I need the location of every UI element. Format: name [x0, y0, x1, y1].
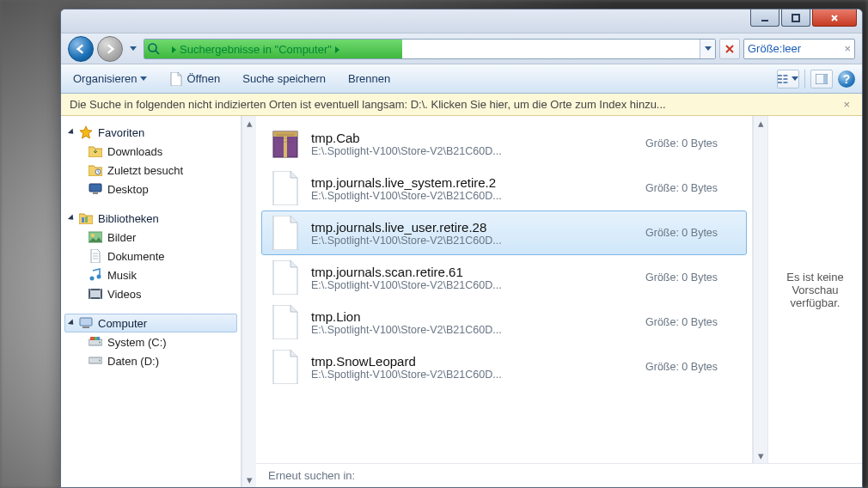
preview-pane: Es ist keine Vorschau verfügbar.: [767, 116, 862, 463]
pictures-icon: [89, 230, 102, 244]
file-row[interactable]: tmp.journals.scan.retire.61E:\.Spotlight…: [256, 255, 752, 300]
burn-button[interactable]: Brennen: [343, 70, 395, 88]
computer-icon: [79, 316, 93, 330]
file-icon: [268, 214, 303, 252]
clear-search-icon[interactable]: ×: [844, 42, 851, 55]
svg-rect-6: [784, 75, 788, 76]
info-text: Die Suche in folgenden nicht indizierten…: [70, 98, 666, 111]
file-path: E:\.Spotlight-V100\Store-V2\B21C60D...: [311, 279, 637, 291]
svg-rect-32: [97, 337, 100, 340]
file-row[interactable]: tmp.journals.live_user.retire.28E:\.Spot…: [261, 210, 747, 255]
save-search-button[interactable]: Suche speichern: [237, 70, 331, 88]
index-info-bar[interactable]: Die Suche in folgenden nicht indizierten…: [61, 94, 862, 116]
svg-rect-3: [778, 75, 782, 76]
sidebar-item-videos[interactable]: Videos: [64, 284, 237, 303]
file-name: tmp.journals.scan.retire.61: [311, 265, 637, 279]
file-path: E:\.Spotlight-V100\Store-V2\B21C60D...: [311, 324, 637, 336]
minimize-button[interactable]: [750, 9, 779, 27]
archive-icon: [268, 125, 303, 162]
svg-rect-14: [82, 217, 84, 223]
videos-icon: [89, 287, 102, 301]
svg-rect-36: [273, 131, 297, 137]
folder-icon: [89, 144, 102, 158]
svg-point-22: [89, 289, 91, 290]
address-dropdown[interactable]: [700, 40, 715, 58]
svg-rect-21: [90, 290, 101, 297]
file-row[interactable]: tmp.CabE:\.Spotlight-V100\Store-V2\B21C6…: [256, 121, 752, 166]
sidebar-group-computer[interactable]: Computer: [64, 314, 237, 332]
close-button[interactable]: [812, 9, 857, 27]
sidebar-item-downloads[interactable]: Downloads: [64, 142, 237, 161]
file-size: Größe: 0 Bytes: [645, 361, 740, 373]
desktop-icon: [89, 182, 102, 196]
drive-icon: [89, 354, 102, 368]
sidebar-item-documents[interactable]: Dokumente: [64, 247, 237, 265]
svg-rect-1: [792, 15, 799, 21]
file-name: tmp.Cab: [311, 131, 637, 145]
svg-rect-12: [89, 184, 101, 192]
file-size: Größe: 0 Bytes: [645, 227, 740, 239]
search-input[interactable]: Größe:leer ×: [743, 39, 855, 59]
file-name: tmp.journals.live_user.retire.28: [311, 220, 637, 235]
sidebar-group-favorites[interactable]: Favoriten: [64, 123, 237, 142]
open-button[interactable]: Öffnen: [164, 70, 225, 88]
sidebar-item-desktop[interactable]: Desktop: [64, 180, 237, 198]
sidebar-item-pictures[interactable]: Bilder: [64, 228, 237, 247]
help-button[interactable]: ?: [838, 70, 855, 88]
star-icon: [79, 125, 93, 139]
breadcrumb[interactable]: Suchergebnisse in "Computer": [163, 42, 348, 56]
file-path: E:\.Spotlight-V100\Store-V2\B21C60D...: [311, 190, 637, 202]
svg-point-17: [91, 234, 95, 237]
toolbar: Organisieren Öffnen Suche speichern Bren…: [61, 64, 862, 94]
documents-icon: [89, 249, 102, 263]
file-name: tmp.journals.live_system.retire.2: [311, 175, 637, 190]
view-mode-button[interactable]: [777, 70, 799, 88]
sidebar-item-drive-d[interactable]: Daten (D:): [64, 351, 237, 370]
svg-point-19: [97, 275, 101, 279]
file-row[interactable]: tmp.journals.live_system.retire.2E:\.Spo…: [256, 166, 752, 210]
svg-rect-37: [284, 137, 287, 157]
svg-rect-0: [761, 20, 768, 21]
libraries-icon: [79, 211, 93, 225]
stop-button[interactable]: [719, 39, 740, 59]
svg-point-18: [90, 277, 95, 281]
svg-rect-13: [93, 192, 98, 194]
file-path: E:\.Spotlight-V100\Store-V2\B21C60D...: [311, 369, 637, 381]
sidebar-item-drive-c[interactable]: System (C:): [64, 332, 237, 351]
back-button[interactable]: [68, 36, 94, 62]
file-path: E:\.Spotlight-V100\Store-V2\B21C60D...: [311, 235, 637, 247]
svg-rect-4: [778, 78, 782, 80]
svg-point-24: [100, 289, 101, 290]
svg-point-2: [149, 44, 156, 52]
svg-point-29: [99, 342, 101, 344]
file-path: E:\.Spotlight-V100\Store-V2\B21C60D...: [311, 145, 637, 157]
preview-pane-button[interactable]: [810, 70, 833, 88]
file-size: Größe: 0 Bytes: [645, 182, 740, 194]
svg-point-23: [89, 297, 91, 299]
search-icon: [144, 40, 163, 58]
info-close-icon[interactable]: ×: [840, 98, 853, 111]
sidebar-item-recent[interactable]: Zuletzt besucht: [64, 161, 237, 180]
preview-text: Es ist keine Vorschau verfügbar.: [775, 271, 855, 309]
file-row[interactable]: tmp.SnowLeopardE:\.Spotlight-V100\Store-…: [256, 345, 752, 389]
sidebar-item-music[interactable]: Musik: [64, 265, 237, 284]
svg-rect-31: [95, 337, 97, 340]
sidebar-group-libraries[interactable]: Bibliotheken: [64, 209, 237, 228]
sidebar-scrollbar[interactable]: ▴▾: [241, 116, 256, 487]
forward-button: [97, 36, 123, 62]
organize-menu[interactable]: Organisieren: [68, 70, 152, 88]
svg-point-25: [100, 297, 101, 299]
address-bar[interactable]: Suchergebnisse in "Computer": [144, 39, 716, 59]
maximize-button[interactable]: [781, 9, 810, 27]
file-row[interactable]: tmp.LionE:\.Spotlight-V100\Store-V2\B21C…: [256, 300, 752, 345]
svg-rect-5: [778, 82, 782, 83]
svg-rect-8: [784, 82, 788, 83]
file-icon: [268, 169, 303, 207]
file-name: tmp.Lion: [311, 309, 637, 324]
svg-rect-10: [823, 75, 827, 83]
drive-icon: [89, 335, 102, 349]
music-icon: [89, 268, 102, 282]
filelist-scrollbar[interactable]: ▴▾: [753, 116, 767, 463]
recent-icon: [89, 163, 102, 177]
recent-dropdown[interactable]: [126, 39, 140, 59]
